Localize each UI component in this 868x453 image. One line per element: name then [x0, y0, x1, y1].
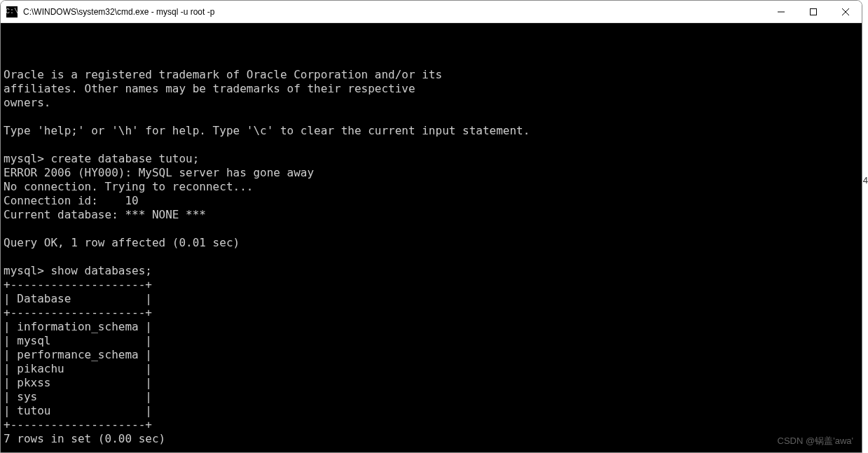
output-line: Connection id: 10: [4, 194, 139, 207]
maximize-icon: [810, 8, 817, 15]
close-button[interactable]: [829, 1, 862, 22]
output-line: owners.: [4, 96, 50, 109]
window-title: C:\WINDOWS\system32\cmd.exe - mysql -u r…: [23, 7, 765, 17]
window-controls: [765, 1, 862, 22]
svg-rect-1: [811, 8, 817, 15]
output-line: Oracle is a registered trademark of Orac…: [4, 68, 442, 81]
prompt-line: mysql> show databases;: [4, 264, 152, 277]
minimize-icon: [778, 8, 785, 15]
cmd-icon: C:\: [6, 6, 18, 18]
output-line: Current database: *** NONE ***: [4, 208, 206, 221]
prompt-line: mysql> create database tutou;: [4, 152, 199, 165]
close-icon: [842, 8, 849, 15]
cmd-window: C:\ C:\WINDOWS\system32\cmd.exe - mysql …: [0, 0, 862, 453]
table-row: | tutou |: [4, 404, 152, 417]
table-border: +--------------------+: [4, 306, 152, 319]
output-line: Type 'help;' or '\h' for help. Type '\c'…: [4, 124, 530, 137]
table-row: | pikachu |: [4, 362, 152, 375]
side-fragment: 4: [863, 175, 868, 186]
maximize-button[interactable]: [797, 1, 829, 22]
table-row: | information_schema |: [4, 320, 152, 333]
table-border: +--------------------+: [4, 278, 152, 291]
output-line: No connection. Trying to reconnect...: [4, 180, 253, 193]
error-line: ERROR 2006 (HY000): MySQL server has gon…: [4, 166, 314, 179]
table-border: +--------------------+: [4, 418, 152, 431]
minimize-button[interactable]: [765, 1, 797, 22]
terminal-content: Oracle is a registered trademark of Orac…: [4, 54, 862, 452]
output-line: Query OK, 1 row affected (0.01 sec): [4, 236, 240, 249]
table-header: | Database |: [4, 292, 152, 305]
table-row: | pkxss |: [4, 376, 152, 389]
table-row: | mysql |: [4, 334, 152, 347]
terminal-area[interactable]: Oracle is a registered trademark of Orac…: [1, 23, 862, 452]
watermark: CSDN @锅盖'awa': [778, 434, 853, 448]
table-row: | performance_schema |: [4, 348, 152, 361]
titlebar[interactable]: C:\ C:\WINDOWS\system32\cmd.exe - mysql …: [1, 1, 862, 23]
output-line: 7 rows in set (0.00 sec): [4, 432, 165, 445]
table-row: | sys |: [4, 390, 152, 403]
output-line: affiliates. Other names may be trademark…: [4, 82, 415, 95]
